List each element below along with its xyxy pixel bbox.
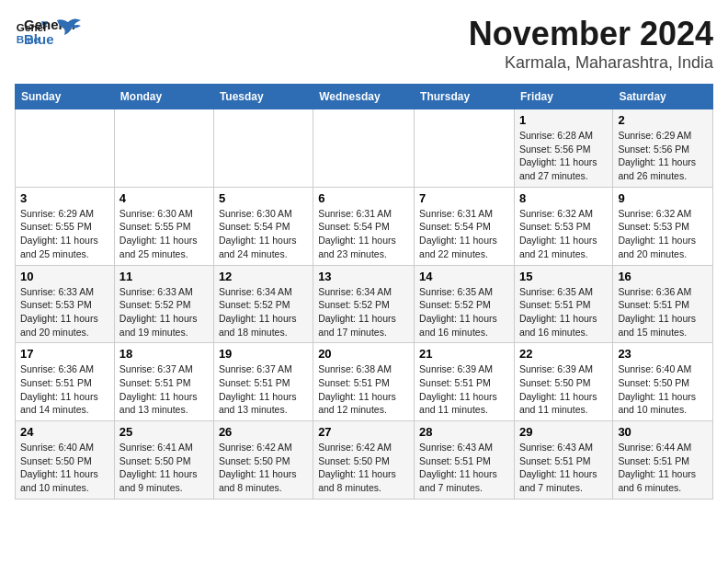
day-number: 26: [219, 425, 308, 439]
day-info: Sunrise: 6:31 AM Sunset: 5:54 PM Dayligh…: [318, 207, 409, 261]
day-info: Sunrise: 6:29 AM Sunset: 5:55 PM Dayligh…: [20, 207, 109, 261]
calendar-cell: 7Sunrise: 6:31 AM Sunset: 5:54 PM Daylig…: [415, 187, 515, 265]
day-info: Sunrise: 6:37 AM Sunset: 5:51 PM Dayligh…: [119, 362, 209, 417]
calendar-cell: 27Sunrise: 6:42 AM Sunset: 5:50 PM Dayli…: [313, 421, 415, 500]
calendar-cell: 11Sunrise: 6:33 AM Sunset: 5:52 PM Dayli…: [114, 265, 213, 343]
day-number: 27: [318, 425, 409, 439]
day-number: 20: [318, 347, 409, 361]
day-number: 12: [219, 270, 308, 283]
day-number: 3: [20, 191, 109, 205]
header-wednesday: Wednesday: [313, 85, 415, 109]
logo-bird-icon: [55, 17, 83, 42]
calendar-cell: 8Sunrise: 6:32 AM Sunset: 5:53 PM Daylig…: [514, 187, 612, 265]
day-number: 21: [419, 347, 509, 361]
calendar-cell: 15Sunrise: 6:35 AM Sunset: 5:51 PM Dayli…: [514, 265, 612, 343]
header-thursday: Thursday: [415, 85, 515, 109]
calendar-cell: 14Sunrise: 6:35 AM Sunset: 5:52 PM Dayli…: [415, 265, 515, 343]
day-number: 13: [318, 270, 409, 283]
day-number: 2: [618, 113, 708, 127]
day-info: Sunrise: 6:32 AM Sunset: 5:53 PM Dayligh…: [618, 207, 708, 261]
calendar-cell: 1Sunrise: 6:28 AM Sunset: 5:56 PM Daylig…: [514, 109, 612, 188]
calendar-cell: 23Sunrise: 6:40 AM Sunset: 5:50 PM Dayli…: [613, 343, 713, 421]
calendar-week-row: 10Sunrise: 6:33 AM Sunset: 5:53 PM Dayli…: [16, 265, 713, 343]
title-block: November 2024 Karmala, Maharashtra, Indi…: [469, 15, 713, 73]
calendar-cell: 6Sunrise: 6:31 AM Sunset: 5:54 PM Daylig…: [313, 187, 415, 265]
day-number: 22: [519, 347, 608, 361]
day-number: 15: [519, 270, 608, 283]
calendar-cell: [313, 109, 415, 188]
day-info: Sunrise: 6:30 AM Sunset: 5:54 PM Dayligh…: [219, 207, 308, 261]
day-info: Sunrise: 6:39 AM Sunset: 5:50 PM Dayligh…: [519, 362, 608, 417]
calendar-cell: [114, 109, 213, 188]
day-info: Sunrise: 6:43 AM Sunset: 5:51 PM Dayligh…: [519, 441, 608, 495]
day-number: 4: [119, 191, 209, 205]
day-number: 29: [519, 425, 608, 439]
calendar-week-row: 17Sunrise: 6:36 AM Sunset: 5:51 PM Dayli…: [16, 343, 713, 421]
calendar-week-row: 24Sunrise: 6:40 AM Sunset: 5:50 PM Dayli…: [16, 421, 713, 500]
day-info: Sunrise: 6:31 AM Sunset: 5:54 PM Dayligh…: [419, 207, 509, 261]
day-info: Sunrise: 6:35 AM Sunset: 5:52 PM Dayligh…: [419, 285, 509, 339]
day-number: 16: [618, 270, 708, 283]
calendar-cell: 21Sunrise: 6:39 AM Sunset: 5:51 PM Dayli…: [415, 343, 515, 421]
day-number: 17: [20, 347, 109, 361]
day-number: 8: [519, 191, 608, 205]
day-number: 14: [419, 270, 509, 283]
day-number: 19: [219, 347, 308, 361]
day-info: Sunrise: 6:33 AM Sunset: 5:52 PM Dayligh…: [119, 285, 209, 339]
month-title: November 2024: [469, 15, 713, 53]
day-info: Sunrise: 6:43 AM Sunset: 5:51 PM Dayligh…: [419, 441, 509, 495]
day-info: Sunrise: 6:34 AM Sunset: 5:52 PM Dayligh…: [318, 285, 409, 339]
calendar-cell: 2Sunrise: 6:29 AM Sunset: 5:56 PM Daylig…: [613, 109, 713, 188]
calendar-cell: 13Sunrise: 6:34 AM Sunset: 5:52 PM Dayli…: [313, 265, 415, 343]
day-number: 1: [519, 113, 608, 127]
calendar-cell: 29Sunrise: 6:43 AM Sunset: 5:51 PM Dayli…: [514, 421, 612, 500]
day-number: 23: [618, 347, 708, 361]
calendar-cell: 22Sunrise: 6:39 AM Sunset: 5:50 PM Dayli…: [514, 343, 612, 421]
calendar-cell: 20Sunrise: 6:38 AM Sunset: 5:51 PM Dayli…: [313, 343, 415, 421]
header-sunday: Sunday: [16, 85, 115, 109]
logo: General Blue General Blue: [15, 15, 83, 48]
header-friday: Friday: [514, 85, 612, 109]
day-info: Sunrise: 6:30 AM Sunset: 5:55 PM Dayligh…: [119, 207, 209, 261]
header-tuesday: Tuesday: [213, 85, 313, 109]
day-number: 11: [119, 270, 209, 283]
calendar-cell: 17Sunrise: 6:36 AM Sunset: 5:51 PM Dayli…: [16, 343, 115, 421]
day-info: Sunrise: 6:29 AM Sunset: 5:56 PM Dayligh…: [618, 129, 708, 183]
calendar-cell: 3Sunrise: 6:29 AM Sunset: 5:55 PM Daylig…: [16, 187, 115, 265]
header-saturday: Saturday: [613, 85, 713, 109]
day-info: Sunrise: 6:39 AM Sunset: 5:51 PM Dayligh…: [419, 362, 509, 417]
calendar-week-row: 1Sunrise: 6:28 AM Sunset: 5:56 PM Daylig…: [16, 109, 713, 188]
location-title: Karmala, Maharashtra, India: [469, 53, 713, 73]
calendar-cell: [415, 109, 515, 188]
day-info: Sunrise: 6:32 AM Sunset: 5:53 PM Dayligh…: [519, 207, 608, 261]
day-info: Sunrise: 6:40 AM Sunset: 5:50 PM Dayligh…: [618, 362, 708, 417]
day-number: 18: [119, 347, 209, 361]
day-number: 24: [20, 425, 109, 439]
calendar-cell: 19Sunrise: 6:37 AM Sunset: 5:51 PM Dayli…: [213, 343, 313, 421]
day-info: Sunrise: 6:44 AM Sunset: 5:51 PM Dayligh…: [618, 441, 708, 495]
day-info: Sunrise: 6:34 AM Sunset: 5:52 PM Dayligh…: [219, 285, 308, 339]
calendar-cell: 28Sunrise: 6:43 AM Sunset: 5:51 PM Dayli…: [415, 421, 515, 500]
day-info: Sunrise: 6:36 AM Sunset: 5:51 PM Dayligh…: [618, 285, 708, 339]
calendar-cell: 16Sunrise: 6:36 AM Sunset: 5:51 PM Dayli…: [613, 265, 713, 343]
calendar-cell: 4Sunrise: 6:30 AM Sunset: 5:55 PM Daylig…: [114, 187, 213, 265]
day-info: Sunrise: 6:41 AM Sunset: 5:50 PM Dayligh…: [119, 441, 209, 495]
day-info: Sunrise: 6:40 AM Sunset: 5:50 PM Dayligh…: [20, 441, 109, 495]
calendar-cell: 24Sunrise: 6:40 AM Sunset: 5:50 PM Dayli…: [16, 421, 115, 500]
day-info: Sunrise: 6:42 AM Sunset: 5:50 PM Dayligh…: [318, 441, 409, 495]
day-info: Sunrise: 6:33 AM Sunset: 5:53 PM Dayligh…: [20, 285, 109, 339]
calendar-week-row: 3Sunrise: 6:29 AM Sunset: 5:55 PM Daylig…: [16, 187, 713, 265]
calendar-cell: 5Sunrise: 6:30 AM Sunset: 5:54 PM Daylig…: [213, 187, 313, 265]
day-info: Sunrise: 6:36 AM Sunset: 5:51 PM Dayligh…: [20, 362, 109, 417]
day-info: Sunrise: 6:28 AM Sunset: 5:56 PM Dayligh…: [519, 129, 608, 183]
calendar-cell: 10Sunrise: 6:33 AM Sunset: 5:53 PM Dayli…: [16, 265, 115, 343]
day-number: 7: [419, 191, 509, 205]
calendar-header-row: SundayMondayTuesdayWednesdayThursdayFrid…: [16, 85, 713, 109]
calendar-cell: 12Sunrise: 6:34 AM Sunset: 5:52 PM Dayli…: [213, 265, 313, 343]
calendar-cell: 18Sunrise: 6:37 AM Sunset: 5:51 PM Dayli…: [114, 343, 213, 421]
day-number: 30: [618, 425, 708, 439]
page-header: General Blue General Blue November 2024 …: [15, 15, 713, 73]
day-number: 25: [119, 425, 209, 439]
calendar-table: SundayMondayTuesdayWednesdayThursdayFrid…: [15, 84, 713, 500]
calendar-cell: [213, 109, 313, 188]
